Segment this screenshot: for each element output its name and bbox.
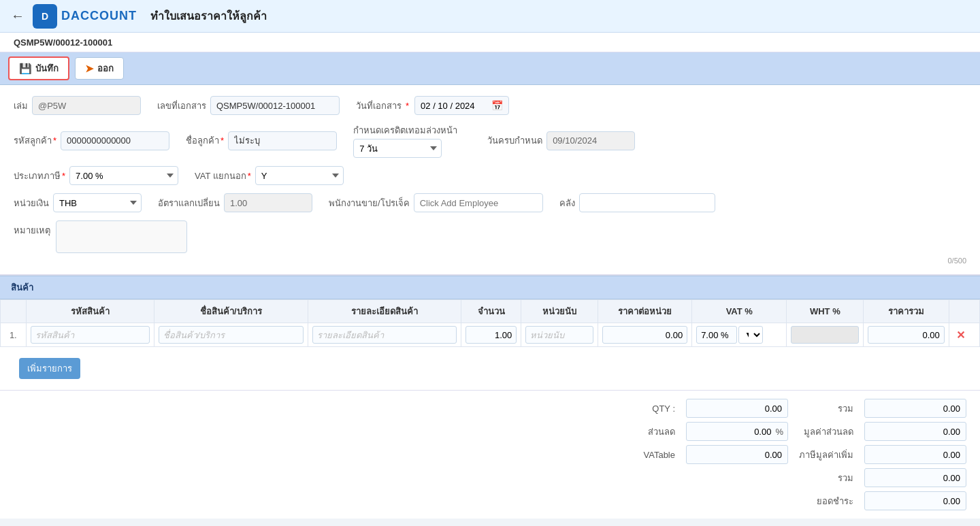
col-action — [949, 300, 979, 323]
discount-input-wrap[interactable]: % — [686, 422, 788, 441]
percent-sign: % — [774, 427, 787, 437]
vat-type-select[interactable]: Y — [255, 166, 344, 185]
credit-term-select[interactable]: 7 วัน — [353, 139, 442, 158]
col-price: ราคาต่อหน่วย — [598, 300, 692, 323]
cell-unit — [521, 323, 598, 347]
logo-icon: D — [33, 4, 57, 29]
form-row-1: เล่ม เลขที่เอกสาร วันที่เอกสาร * 📅 — [14, 96, 966, 115]
subtotal-label: รวม — [799, 471, 853, 485]
col-num — [1, 300, 27, 323]
due-date-input[interactable] — [546, 131, 635, 150]
exit-icon: ➤ — [85, 63, 94, 75]
customer-name-label: ชื่อลูกค้า — [186, 133, 224, 148]
col-qty: จำนวน — [461, 300, 521, 323]
customer-code-label: รหัสลูกค้า — [14, 133, 56, 148]
book-group: เล่ม — [14, 96, 141, 115]
employee-group: พนักงานขาย/โปรเจ็ค — [329, 193, 543, 212]
total-label: รวม — [799, 401, 853, 416]
save-icon: 💾 — [19, 63, 32, 75]
vat-label: ภาษีมูลค่าเพิ่ม — [799, 448, 853, 462]
discount-input[interactable] — [687, 427, 774, 437]
warehouse-input[interactable] — [579, 193, 715, 212]
total-value: 0.00 — [864, 399, 966, 418]
remark-label: หมายเหตุ — [14, 223, 50, 237]
cell-detail — [308, 323, 461, 347]
logo-text: DACCOUNT — [61, 9, 137, 23]
product-wht-input[interactable] — [791, 326, 859, 344]
save-label: บันทึก — [35, 61, 59, 76]
credit-term-label: กำหนดเครดิตเทอมล่วงหน้า — [353, 123, 457, 137]
exit-button[interactable]: ➤ ออก — [75, 57, 124, 80]
col-code: รหัสสินค้า — [26, 300, 154, 323]
product-total-input[interactable] — [868, 326, 944, 344]
add-row-section: เพิ่มรายการ — [0, 347, 980, 391]
add-row-button[interactable]: เพิ่มรายการ — [19, 358, 80, 379]
product-vat-select[interactable]: ▼ — [738, 326, 763, 344]
row-num: 1. — [1, 323, 27, 347]
remark-textarea[interactable] — [56, 220, 187, 253]
product-vat-input[interactable] — [696, 326, 737, 344]
qty-value: 0.00 — [686, 399, 788, 418]
currency-group: หน่วยเงิน THB — [14, 193, 142, 212]
vat-value: 0.00 — [864, 445, 966, 464]
net-label: ยอดชำระ — [799, 494, 853, 508]
net-value: 0.00 — [864, 491, 966, 510]
cell-price — [598, 323, 692, 347]
discount-label: ส่วนลด — [644, 425, 676, 439]
col-detail: รายละเอียดสินค้า — [308, 300, 461, 323]
book-label: เล่ม — [14, 99, 28, 113]
product-qty-input[interactable] — [466, 326, 517, 344]
product-unit-input[interactable] — [525, 326, 593, 344]
currency-label: หน่วยเงิน — [14, 196, 49, 210]
cell-qty — [461, 323, 521, 347]
customer-name-input[interactable] — [228, 131, 337, 150]
doc-date-group: วันที่เอกสาร * 📅 — [356, 96, 509, 115]
remark-row: หมายเหตุ 0/500 — [14, 220, 966, 265]
due-date-label: วันครบกำหนด — [487, 133, 542, 148]
vatable-label: VATable — [644, 450, 676, 460]
back-button[interactable]: ← — [11, 8, 24, 24]
cell-code — [26, 323, 154, 347]
summary-section: QTY : 0.00 รวม 0.00 ส่วนลด % มูลค่าส่วนล… — [0, 391, 980, 519]
exchange-rate-input[interactable] — [224, 193, 312, 212]
products-section-header: สินค้า — [0, 276, 980, 299]
save-button[interactable]: 💾 บันทึก — [8, 56, 69, 80]
doc-id-label: QSMP5W/00012-100001 — [14, 37, 112, 48]
cell-total — [864, 323, 949, 347]
due-date-group: วันครบกำหนด — [487, 131, 635, 150]
main-form: เล่ม เลขที่เอกสาร วันที่เอกสาร * 📅 รหัสล… — [0, 85, 980, 276]
customer-name-group: ชื่อลูกค้า — [186, 131, 337, 150]
doc-number-input[interactable] — [210, 96, 340, 115]
product-name-input[interactable] — [159, 326, 304, 344]
product-detail-input[interactable] — [312, 326, 457, 344]
products-title: สินค้า — [11, 282, 33, 293]
employee-label: พนักงานขาย/โปรเจ็ค — [329, 196, 410, 210]
doc-id-bar: QSMP5W/00012-100001 — [0, 33, 980, 52]
product-code-input[interactable] — [31, 326, 150, 344]
product-price-input[interactable] — [602, 326, 687, 344]
col-wht: WHT % — [787, 300, 864, 323]
doc-number-group: เลขที่เอกสาร — [157, 96, 340, 115]
vatable-value: 0.00 — [686, 445, 788, 464]
product-table: รหัสสินค้า ชื่อสินค้า/บริการ รายละเอียดส… — [0, 299, 980, 347]
doc-date-input[interactable] — [421, 101, 489, 111]
cell-vat: ▼ — [692, 323, 787, 347]
doc-date-input-wrap[interactable]: 📅 — [414, 96, 509, 115]
delete-row-button[interactable]: ✕ — [953, 329, 968, 342]
calendar-icon: 📅 — [491, 100, 503, 111]
discount-amount-label: มูลค่าส่วนลด — [799, 425, 853, 439]
book-input[interactable] — [32, 96, 141, 115]
currency-select[interactable]: THB — [53, 193, 142, 212]
doc-date-label: วันที่เอกสาร — [356, 99, 402, 113]
table-row: 1. ▼ — [1, 323, 980, 347]
tax-type-select[interactable]: 7.00 % — [69, 166, 178, 185]
employee-input[interactable] — [414, 193, 543, 212]
cell-wht — [787, 323, 864, 347]
remark-count: 0/500 — [56, 257, 966, 265]
tax-type-label: ประเภทภาษี — [14, 169, 65, 183]
cell-name — [154, 323, 308, 347]
tax-type-group: ประเภทภาษี 7.00 % — [14, 166, 178, 185]
customer-code-input[interactable] — [61, 131, 169, 150]
exchange-rate-label: อัตราแลกเปลี่ยน — [158, 196, 220, 210]
page-title: ทำใบเสนอราคาให้ลูกค้า — [150, 7, 267, 24]
